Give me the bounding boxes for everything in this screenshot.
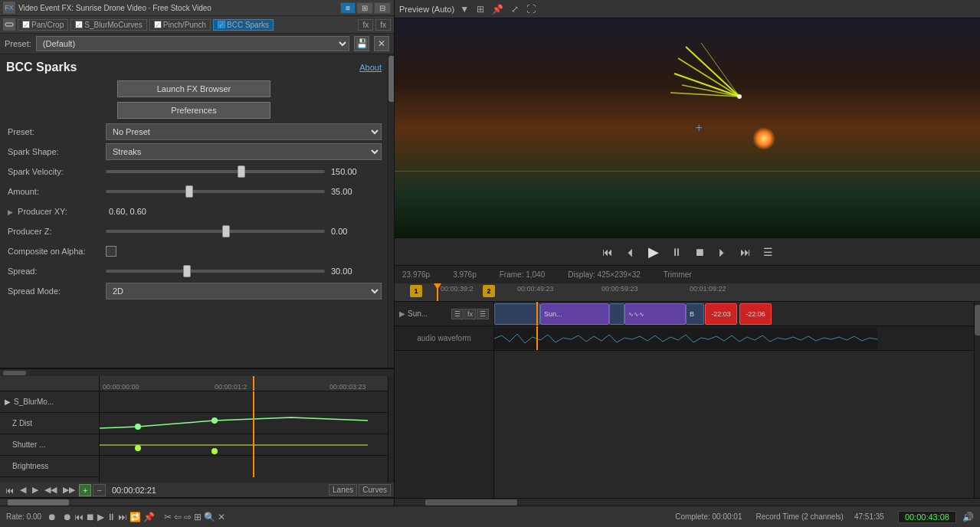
launch-fx-btn[interactable]: Launch FX Browser: [117, 80, 270, 97]
about-link[interactable]: About: [359, 63, 382, 72]
mt-track-btn-1[interactable]: ☰: [451, 309, 464, 319]
preset-select[interactable]: (Default): [36, 36, 349, 51]
edit-btn-4[interactable]: ⊞: [194, 512, 202, 522]
edit-btn-6[interactable]: ✕: [218, 512, 225, 522]
preferences-btn[interactable]: Preferences: [117, 102, 270, 119]
clip-22-03[interactable]: -22:03: [705, 303, 737, 325]
mt-track-btn-3[interactable]: ☰: [477, 309, 489, 319]
ctrl-prev-frame[interactable]: ⏮: [599, 244, 616, 260]
chain-sblur[interactable]: ✓ S_BlurMoCurves: [70, 19, 147, 31]
ctrl-menu[interactable]: ☰: [760, 244, 776, 260]
tr-ff[interactable]: ⏭: [118, 512, 127, 522]
tl-playhead[interactable]: [253, 376, 254, 391]
chain-bccsparks[interactable]: ✓ BCC Sparks: [213, 19, 274, 31]
mt-playhead[interactable]: [437, 283, 438, 301]
clip-wave[interactable]: ∿∿∿: [624, 303, 686, 325]
status-speaker[interactable]: 🔊: [962, 512, 974, 522]
ctrl-stop[interactable]: ⏹: [691, 244, 708, 260]
preview-btn-grid[interactable]: ⊞: [474, 3, 487, 15]
tl-scrollbar-v[interactable]: [388, 376, 394, 483]
preset-dropdown[interactable]: No Preset: [106, 123, 382, 140]
scrollbar-thumb[interactable]: [388, 56, 394, 102]
tl-btn-home[interactable]: ⏮: [3, 485, 16, 496]
marker-1[interactable]: 1: [410, 285, 422, 297]
ctrl-prev[interactable]: ⏴: [622, 244, 639, 260]
clip-dark1[interactable]: [609, 303, 624, 325]
mt-track-playhead: [536, 302, 538, 326]
tl-curves-btn[interactable]: Curves: [359, 484, 391, 496]
velocity-slider-track[interactable]: [106, 170, 325, 173]
chain-pinch[interactable]: ✓ Pinch/Punch: [149, 19, 211, 31]
preview-btn-zoom[interactable]: ⤢: [509, 3, 521, 15]
amount-slider-thumb[interactable]: [185, 185, 193, 198]
clip-b[interactable]: B: [686, 303, 704, 325]
mt-hscrollbar[interactable]: [395, 498, 980, 506]
tl-mark-0: 00:00:00:00: [103, 383, 139, 391]
tl-btn-minus[interactable]: −: [93, 484, 105, 496]
layout-btn-2[interactable]: ⊞: [356, 2, 373, 14]
edit-btn-2[interactable]: ⇦: [174, 512, 182, 522]
layout-btn-3[interactable]: ⊟: [374, 2, 391, 14]
chain-pancrop[interactable]: ✓ Pan/Crop: [18, 19, 68, 31]
mt-track-expand[interactable]: ▶: [399, 309, 405, 318]
tl-btn-left2[interactable]: ◀◀: [42, 484, 59, 496]
tl-scroll-thumb-h[interactable]: [3, 371, 26, 375]
mt-scrollbar-v[interactable]: [974, 302, 980, 498]
mt-vscroll-thumb[interactable]: [975, 305, 980, 336]
mt-hscroll-thumb[interactable]: [425, 499, 517, 506]
preview-btn-dropdown[interactable]: ▼: [457, 3, 471, 15]
velocity-slider-thumb[interactable]: [238, 165, 245, 178]
mt-track-btn-2[interactable]: fx: [464, 309, 476, 319]
preset-close-btn[interactable]: ✕: [374, 36, 389, 51]
producerz-slider-thumb[interactable]: [222, 225, 230, 237]
chain-fx-btn[interactable]: fx: [358, 19, 373, 31]
edit-btn-1[interactable]: ✂: [164, 512, 172, 522]
transport-time-value: 00:00:43:08: [905, 512, 949, 522]
marker-2[interactable]: 2: [483, 285, 495, 297]
tr-snap[interactable]: 📌: [143, 512, 155, 522]
mt-label-row-2: audio waveform: [395, 326, 493, 351]
tl-hscrollbar[interactable]: [0, 498, 394, 506]
shape-dropdown[interactable]: Streaks: [106, 143, 382, 160]
composite-checkbox[interactable]: [106, 246, 116, 257]
tl-hscroll-thumb[interactable]: [8, 499, 69, 506]
preview-area: Preview (Auto) ▼ ⊞ 📌 ⤢ ⛶: [395, 0, 980, 283]
edit-btn-3[interactable]: ⇨: [184, 512, 192, 522]
spreadmode-dropdown[interactable]: 2D: [106, 283, 382, 300]
tl-btn-right2[interactable]: ▶▶: [61, 484, 77, 496]
edit-btn-5[interactable]: 🔍: [204, 512, 215, 522]
tr-record[interactable]: ⏺: [63, 512, 72, 522]
chain-fx2-btn[interactable]: fx: [375, 19, 391, 31]
tr-stop[interactable]: ⏹: [86, 512, 95, 522]
tl-lanes-btn[interactable]: Lanes: [329, 484, 357, 496]
preview-btn-snap[interactable]: 📌: [490, 3, 506, 15]
producerxy-arrow[interactable]: ▶: [8, 208, 13, 216]
pancrop-check: ✓: [22, 21, 30, 28]
spread-slider-thumb[interactable]: [183, 265, 191, 277]
spread-slider-track[interactable]: [106, 270, 325, 273]
preview-btn-full[interactable]: ⛶: [524, 3, 538, 15]
producerz-slider-track[interactable]: [106, 230, 325, 233]
ctrl-next-frame[interactable]: ⏭: [737, 244, 754, 260]
tr-rewind[interactable]: ⏮: [74, 512, 84, 522]
clip-22-06[interactable]: -22:06: [739, 303, 772, 325]
bcc-scroll-area: BCC Sparks About Launch FX Browser Prefe…: [0, 54, 388, 368]
bcc-scrollbar[interactable]: [388, 54, 394, 368]
amount-slider-track[interactable]: [106, 190, 325, 193]
ctrl-pause[interactable]: ⏸: [668, 244, 685, 260]
status-record-btn[interactable]: ⏺: [48, 512, 57, 522]
zdist-keyframe-1: [135, 424, 141, 430]
layout-btn-1[interactable]: ≡: [340, 2, 356, 14]
tr-play[interactable]: ▶: [97, 512, 104, 522]
tl-btn-plus[interactable]: +: [79, 484, 91, 496]
ctrl-next[interactable]: ⏵: [714, 244, 731, 260]
ctrl-play[interactable]: ▶: [645, 242, 662, 262]
clip-0[interactable]: [494, 303, 540, 325]
tr-pause[interactable]: ⏸: [107, 512, 116, 522]
tl-btn-right[interactable]: ▶: [30, 484, 41, 496]
mt-track-labels: ▶ Sun... ☰ fx ☰ audio waveform: [395, 302, 494, 498]
clip-sun[interactable]: Sun...: [540, 303, 609, 325]
tr-loop[interactable]: 🔁: [129, 512, 141, 522]
preset-save-btn[interactable]: 💾: [354, 36, 369, 51]
tl-btn-left[interactable]: ◀: [18, 484, 28, 496]
